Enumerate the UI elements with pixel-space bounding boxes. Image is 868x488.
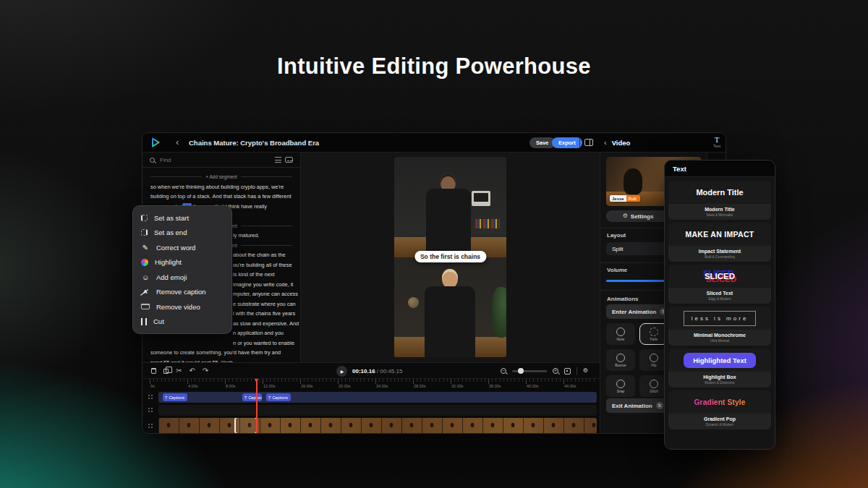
text-style-card[interactable]: SLICED Sliced Text Edgy & Modern bbox=[668, 265, 771, 304]
transcript-line-fragment[interactable]: n application and you bbox=[233, 328, 292, 338]
track-handle-icon[interactable] bbox=[148, 423, 153, 429]
zoom-slider[interactable] bbox=[512, 370, 547, 372]
caption-chip[interactable]: Captions bbox=[163, 393, 187, 401]
icon-pencil bbox=[141, 244, 150, 252]
video-panel-title: Video bbox=[612, 139, 631, 147]
caption-overlay[interactable]: So the first is chains bbox=[414, 251, 486, 262]
play-button[interactable]: ▶ bbox=[336, 366, 347, 377]
captions-toggle-icon[interactable] bbox=[285, 157, 293, 163]
context-menu-item[interactable]: Remove caption bbox=[133, 285, 231, 300]
filter-icon[interactable] bbox=[275, 157, 281, 163]
panel-back-chevron-icon[interactable]: ‹ bbox=[604, 138, 607, 147]
transcript-line-fragment[interactable]: ly matured. bbox=[233, 231, 292, 241]
transcript-line-fragment[interactable]: is kind of the next bbox=[233, 270, 292, 280]
text-style-name: Gradient Pop bbox=[704, 416, 736, 422]
context-menu-item[interactable]: Cut bbox=[133, 314, 231, 330]
track-handle-icon[interactable] bbox=[148, 394, 153, 400]
timeline-ruler[interactable]: 0s4.00s8.00s12.00s16.00s20.00s24.00s28.0… bbox=[142, 379, 600, 389]
text-style-list: Modern Title Modern Title Sleek & Minima… bbox=[665, 177, 775, 433]
undo-icon[interactable]: ↶ bbox=[189, 367, 195, 374]
text-style-card[interactable]: less is more Minimal Monochrome Ultra Mi… bbox=[668, 307, 771, 346]
text-style-card[interactable]: Highlighted Text Highlight Box Modern & … bbox=[668, 348, 771, 388]
fit-timeline-icon[interactable] bbox=[564, 368, 571, 374]
text-style-name: Minimal Monochrome bbox=[694, 333, 746, 338]
context-menu-item[interactable]: Highlight bbox=[133, 255, 231, 270]
context-menu-item[interactable]: Set as end bbox=[133, 226, 231, 241]
context-menu-item[interactable]: Remove video bbox=[133, 299, 231, 314]
zoom-slider-knob[interactable] bbox=[518, 368, 524, 374]
selected-clip[interactable] bbox=[234, 418, 258, 434]
context-menu-item[interactable]: Correct word bbox=[133, 240, 231, 255]
settings-button[interactable]: ⚙ Settings bbox=[606, 210, 670, 222]
bookshelf-prop bbox=[475, 219, 500, 228]
ruler-time-label: 20.00s bbox=[339, 384, 376, 388]
context-menu: Set as start Set as end Correct word Hig… bbox=[132, 205, 232, 334]
scissors-icon[interactable]: ✂ bbox=[176, 367, 182, 374]
text-style-name: Sliced Text bbox=[707, 291, 733, 296]
find-bar[interactable] bbox=[142, 153, 300, 168]
back-chevron-icon[interactable]: ‹ bbox=[176, 136, 179, 149]
speaker-silhouette bbox=[624, 168, 642, 194]
playhead[interactable] bbox=[256, 379, 258, 434]
text-style-description: Dynamic & Modern bbox=[706, 423, 733, 427]
text-style-card[interactable]: Gradient Style Gradient Pop Dynamic & Mo… bbox=[668, 390, 771, 429]
ruler-time-label: 44.00s bbox=[564, 384, 602, 388]
transcript-line-fragment[interactable]: about the chain as the bbox=[233, 250, 292, 260]
text-style-description: Bold & Commanding bbox=[705, 255, 734, 260]
text-tool-button[interactable]: T Text bbox=[707, 135, 726, 149]
app-logo-icon bbox=[150, 137, 161, 151]
duplicate-icon[interactable] bbox=[163, 369, 169, 374]
ruler-time-label: 16.00s bbox=[301, 384, 339, 388]
video-frame[interactable]: So the first is chains bbox=[394, 157, 506, 357]
ruler-time-label: 4.00s bbox=[188, 384, 226, 388]
find-input[interactable] bbox=[158, 156, 271, 164]
icon-clip-end bbox=[141, 229, 148, 236]
transcript-line-fragment[interactable]: ou're building all of these bbox=[233, 260, 292, 270]
animation-option[interactable]: None bbox=[606, 323, 635, 345]
track-handle-icon[interactable] bbox=[148, 407, 153, 413]
text-style-card[interactable]: MAKE AN IMPACT Impact Statement Bold & C… bbox=[668, 223, 771, 262]
ruler-time-label: 36.00s bbox=[489, 384, 527, 388]
animation-option[interactable]: Snap bbox=[606, 375, 635, 397]
animation-preview-icon bbox=[650, 328, 658, 336]
context-menu-item[interactable]: Add emoji bbox=[133, 270, 231, 285]
delete-icon[interactable] bbox=[151, 368, 156, 374]
video-panel-header: ‹ Video bbox=[604, 138, 630, 147]
redo-icon[interactable]: ↷ bbox=[203, 367, 208, 374]
ruler-time-label: 0s bbox=[150, 384, 188, 388]
transcript-line-fragment[interactable]: l with the chains five years bbox=[233, 309, 292, 319]
transcript-line-fragment[interactable]: as slow and expensive. And bbox=[233, 319, 292, 329]
animation-option[interactable]: Bounce bbox=[606, 349, 635, 371]
retro-monitor-prop bbox=[472, 191, 490, 206]
speaker-name-tag: Jesse Poll bbox=[610, 195, 640, 202]
transcript-line-fragment[interactable]: e substrate where you can bbox=[233, 299, 292, 309]
text-tool-icon: T bbox=[707, 135, 726, 144]
export-button[interactable]: Export bbox=[552, 137, 582, 148]
timeline-settings-gear-icon[interactable]: ⚙ bbox=[583, 368, 588, 374]
toggle-panel-icon[interactable] bbox=[584, 139, 593, 146]
style-highlight: Highlighted Text bbox=[684, 353, 756, 368]
transcript-line-fragment[interactable]: n or you wanted to enable bbox=[233, 338, 292, 348]
video-frame-bottom-speaker bbox=[394, 257, 506, 358]
animation-preview-icon bbox=[650, 380, 658, 388]
zoom-out-icon[interactable]: − bbox=[501, 368, 506, 374]
icon-clip-start bbox=[141, 215, 148, 221]
transcript-line-fragment[interactable]: imagine you write code, it bbox=[233, 280, 292, 290]
animation-preview-icon bbox=[616, 380, 625, 388]
add-segment-divider[interactable]: + Add segment bbox=[150, 172, 292, 182]
timecode: 00:10.16 / 00:45.15 bbox=[352, 368, 402, 374]
project-title: Chains Mature: Crypto's Broadband Era bbox=[189, 139, 319, 147]
context-menu-item[interactable]: Set as start bbox=[133, 210, 231, 226]
ruler-time-label: 32.00s bbox=[451, 384, 489, 388]
transcript-line-fragment[interactable]: mputer, anyone can access bbox=[233, 289, 292, 299]
text-style-description: Modern & Distinctive bbox=[705, 381, 734, 385]
video-clip-track[interactable] bbox=[158, 418, 597, 434]
captions-track[interactable]: CaptionsCaptionsCaptions bbox=[158, 392, 597, 403]
text-style-card[interactable]: Modern Title Modern Title Sleek & Minima… bbox=[668, 181, 771, 220]
caption-chip[interactable]: Captions bbox=[242, 393, 262, 401]
zoom-in-icon[interactable]: + bbox=[553, 368, 558, 374]
caption-chip[interactable]: Captions bbox=[266, 393, 291, 401]
empty-track[interactable] bbox=[158, 405, 597, 416]
ruler-time-label: 12.00s bbox=[263, 384, 301, 388]
text-style-description: Ultra Minimal bbox=[710, 339, 729, 343]
